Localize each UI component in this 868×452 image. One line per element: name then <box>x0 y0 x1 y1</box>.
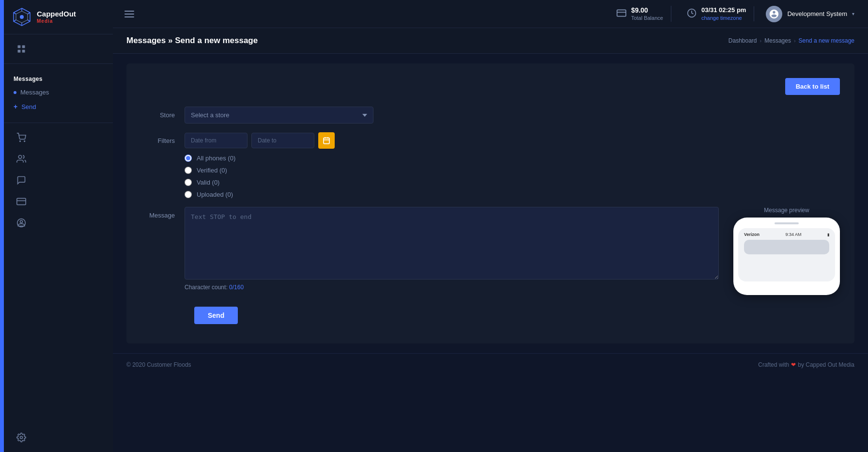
wallet-header-icon <box>617 8 626 19</box>
char-count-label: Character count: <box>185 284 229 291</box>
footer-by-text: by Capped Out Media <box>798 361 854 368</box>
breadcrumb-messages[interactable]: Messages <box>764 37 791 44</box>
radio-valid[interactable] <box>185 179 192 186</box>
page-body: Back to list Store Select a store Filter… <box>113 54 868 353</box>
breadcrumb: Dashboard › Messages › Send a new messag… <box>728 37 854 44</box>
content: Messages » Send a new message Dashboard … <box>113 28 868 452</box>
accent-bar <box>0 0 4 452</box>
header: $9.00 Total Balance 03/31 02:25 pm chang… <box>113 0 868 28</box>
store-label: Store <box>141 107 185 119</box>
svg-point-17 <box>20 220 23 223</box>
sidebar-item-label-messages: Messages <box>20 89 49 96</box>
settings-icon <box>16 433 26 442</box>
phone-screen: Verizon 9:34 AM ▮ <box>738 228 835 281</box>
sidebar-divider-1 <box>4 63 113 64</box>
sidebar-item-chat[interactable] <box>7 171 110 190</box>
menu-line-2 <box>124 14 134 15</box>
breadcrumb-sep-1: › <box>760 38 762 44</box>
sidebar-item-messages[interactable]: Messages <box>4 85 113 99</box>
clock-icon <box>687 8 697 19</box>
radio-all-phones[interactable] <box>185 155 192 162</box>
sidebar-item-wallet[interactable] <box>7 192 110 211</box>
menu-line-1 <box>124 11 134 12</box>
radio-verified[interactable] <box>185 167 192 174</box>
svg-rect-19 <box>617 10 626 16</box>
calendar-button[interactable] <box>318 132 335 149</box>
user-chevron-icon: ▾ <box>852 11 854 16</box>
sidebar-item-team[interactable] <box>7 213 110 233</box>
message-control-wrap: Character count: 0/160 Message preview V… <box>185 207 840 295</box>
store-select[interactable]: Select a store <box>185 107 373 124</box>
sidebar-section-title-messages: Messages <box>4 73 113 85</box>
radio-item-valid[interactable]: Valid (0) <box>185 179 840 186</box>
breadcrumb-dashboard[interactable]: Dashboard <box>728 37 757 44</box>
message-form-row: Message Character count: 0/160 Message p… <box>141 207 840 295</box>
sidebar-item-cart[interactable] <box>7 128 110 147</box>
store-row: Store Select a store <box>141 107 840 124</box>
page-header: Messages » Send a new message Dashboard … <box>113 28 868 54</box>
main-wrap: $9.00 Total Balance 03/31 02:25 pm chang… <box>113 0 868 452</box>
date-to-input[interactable] <box>251 133 314 148</box>
logo-text: CappedOut Media <box>37 10 76 24</box>
cart-icon <box>16 133 26 142</box>
sidebar-item-dashboard[interactable] <box>7 39 110 59</box>
radio-group: All phones (0) Verified (0) Valid (0) <box>185 155 840 198</box>
sidebar-logo: CappedOut Media <box>4 0 113 34</box>
filters-label: Filters <box>141 132 185 144</box>
message-label: Message <box>141 207 185 219</box>
radio-item-uploaded[interactable]: Uploaded (0) <box>185 191 840 198</box>
header-balance-text: $9.00 Total Balance <box>631 6 663 21</box>
phone-carrier: Verizon <box>744 232 760 237</box>
header-time: 03/31 02:25 pm change timezone <box>679 6 755 21</box>
filters-control-wrap: All phones (0) Verified (0) Valid (0) <box>185 132 840 198</box>
radio-item-all[interactable]: All phones (0) <box>185 155 840 162</box>
svg-point-15 <box>18 156 22 159</box>
message-preview-col: Message preview Verizon 9:34 AM ▮ <box>733 207 840 295</box>
sidebar-icons: Messages Messages + Send <box>4 34 113 237</box>
radio-label-uploaded: Uploaded (0) <box>197 191 233 198</box>
svg-rect-9 <box>18 46 21 48</box>
svg-point-14 <box>24 141 25 142</box>
svg-point-2 <box>20 15 24 19</box>
page-title: Messages » Send a new message <box>126 36 258 46</box>
radio-uploaded[interactable] <box>185 191 192 198</box>
change-timezone-link[interactable]: change timezone <box>701 15 746 21</box>
sidebar-divider-2 <box>4 123 113 123</box>
wallet-icon <box>16 197 26 206</box>
footer: © 2020 Customer Floods Crafted with ❤ by… <box>113 353 868 376</box>
phone-mockup: Verizon 9:34 AM ▮ <box>733 218 840 295</box>
menu-line-3 <box>124 16 134 17</box>
logo-main-text: CappedOut <box>37 10 76 18</box>
sidebar-item-users[interactable] <box>7 149 110 169</box>
sidebar-item-settings[interactable] <box>7 428 110 447</box>
message-textarea[interactable] <box>185 207 719 280</box>
sidebar-item-label-send: Send <box>21 103 36 110</box>
balance-amount: $9.00 <box>631 6 663 15</box>
svg-rect-21 <box>324 138 329 144</box>
menu-button[interactable] <box>123 9 136 19</box>
svg-rect-11 <box>18 50 21 53</box>
sidebar-item-send[interactable]: + Send <box>4 99 113 114</box>
breadcrumb-current: Send a new message <box>799 37 854 44</box>
back-to-list-button[interactable]: Back to list <box>785 78 840 95</box>
char-count-value: 0/160 <box>229 284 244 291</box>
char-count: Character count: 0/160 <box>185 284 719 291</box>
svg-rect-10 <box>22 46 25 48</box>
phone-speaker <box>775 222 799 224</box>
date-from-input[interactable] <box>185 133 248 148</box>
dashboard-icon <box>16 44 26 54</box>
svg-point-18 <box>20 436 23 439</box>
footer-right: Crafted with ❤ by Capped Out Media <box>758 361 854 368</box>
sidebar-bottom <box>4 423 113 452</box>
avatar <box>766 6 782 22</box>
store-control-wrap: Select a store <box>185 107 840 124</box>
sidebar-item-plus: + <box>14 103 17 110</box>
users-icon <box>16 154 26 164</box>
header-balance: $9.00 Total Balance <box>609 6 671 21</box>
back-btn-row: Back to list <box>141 78 840 95</box>
preview-title: Message preview <box>733 207 840 214</box>
header-user[interactable]: Development System ▾ <box>762 6 858 22</box>
radio-item-verified[interactable]: Verified (0) <box>185 167 840 174</box>
main-card: Back to list Store Select a store Filter… <box>126 63 854 343</box>
send-button[interactable]: Send <box>194 307 238 324</box>
